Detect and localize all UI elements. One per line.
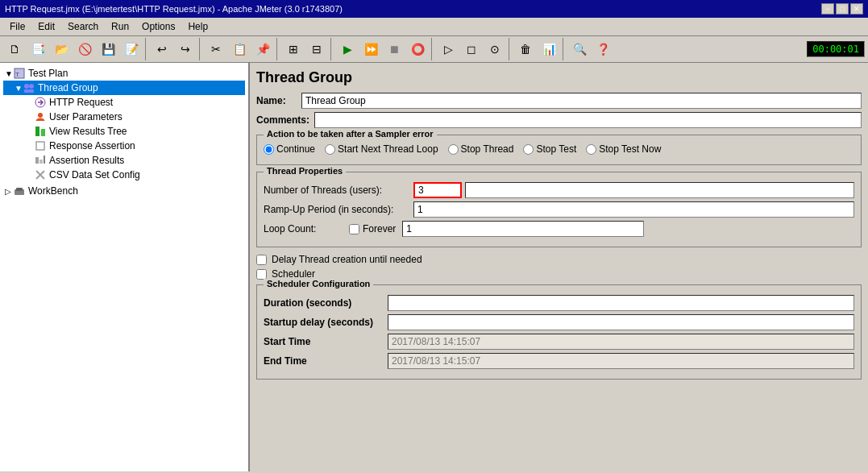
expand-thread-group[interactable]: ▼ [15,84,23,93]
forever-checkbox[interactable] [349,224,359,234]
restore-button[interactable]: □ [836,3,849,15]
radio-stop-thread[interactable] [448,144,459,155]
ramp-up-input[interactable] [413,201,854,218]
toolbar: 🗋 📑 📂 🚫 💾 📝 ↩ ↪ ✂ 📋 📌 ⊞ ⊟ ▶ ⏩ ⏹ ⭕ ▷ ◻ ⊙ … [0,36,868,63]
startup-delay-input[interactable] [388,314,854,330]
tree-item-http-request[interactable]: ▷ HTTP Request [3,95,245,110]
name-label: Name: [256,95,297,106]
open-button[interactable]: 📂 [50,38,73,60]
radio-stop-test[interactable] [523,144,534,155]
title-text: HTTP Request.jmx (E:\jmetertest\HTTP Req… [5,4,343,14]
start-time-row: Start Time [264,334,854,350]
end-time-label: End Time [264,355,384,367]
menu-options[interactable]: Options [135,19,181,34]
collapse-button[interactable]: ⊟ [305,38,328,60]
svg-rect-12 [44,156,45,164]
option-start-next[interactable]: Start Next Thread Loop [325,143,438,155]
cut-button[interactable]: ✂ [205,38,227,60]
remote-stop-button[interactable]: ◻ [460,38,483,60]
tree-item-assertion-results[interactable]: ▷ Assertion Results [3,153,245,168]
menu-edit[interactable]: Edit [31,19,61,34]
radio-stop-test-now[interactable] [586,144,596,155]
option-stop-test-now[interactable]: Stop Test Now [586,143,661,155]
svg-point-3 [29,84,34,89]
loop-count-input[interactable] [402,221,644,237]
expand-test-plan[interactable]: ▼ [5,69,13,78]
settings-btn[interactable]: ❓ [592,38,614,60]
comments-input[interactable] [314,112,862,128]
delay-thread-checkbox[interactable] [256,255,267,265]
save-button[interactable]: 💾 [97,38,119,60]
separator-4 [330,38,334,60]
assertion-results-icon [34,154,47,167]
separator-3 [276,38,280,60]
delay-thread-row: Delay Thread creation until needed [256,254,862,265]
tree-item-view-results-tree[interactable]: ▷ View Results Tree [3,124,245,139]
delay-thread-label: Delay Thread creation until needed [272,254,422,265]
remote-shutdown-button[interactable]: ⊙ [484,38,506,60]
open-templates-button[interactable]: 📑 [27,38,49,60]
menu-file[interactable]: File [3,19,31,34]
thread-props-group: Thread Properties Number of Threads (use… [256,172,862,247]
menu-search[interactable]: Search [61,19,105,34]
tree-item-csv-data-set[interactable]: ▷ CSV Data Set Config [3,168,245,182]
remote-start-button[interactable]: ▷ [437,38,459,60]
menu-bar: File Edit Search Run Options Help [0,18,868,36]
start-no-pause-button[interactable]: ⏩ [359,38,382,60]
expand-button[interactable]: ⊞ [282,38,305,60]
minimize-button[interactable]: − [821,3,834,15]
tree-item-response-assertion[interactable]: ▷ Response Assertion [3,139,245,153]
option-stop-test[interactable]: Stop Test [523,143,576,155]
csv-data-set-icon [34,168,47,181]
save-as-button[interactable]: 📝 [120,38,143,60]
new-button[interactable]: 🗋 [3,38,26,60]
menu-help[interactable]: Help [181,19,214,34]
svg-rect-10 [35,157,39,164]
scheduler-label: Scheduler [272,268,315,280]
search-btn[interactable]: 🔍 [568,38,591,60]
comments-label: Comments: [256,114,309,126]
tree-item-user-parameters[interactable]: ▷ User Parameters [3,110,245,124]
separator-2 [199,38,202,60]
tree-item-workbench[interactable]: ▷ WorkBench [3,184,245,198]
svg-point-2 [24,84,29,89]
separator-6 [509,38,512,60]
close-button[interactable]: 🚫 [73,38,96,60]
tree-item-thread-group[interactable]: ▼ Thread Group [3,81,245,95]
paste-button[interactable]: 📌 [251,38,274,60]
radio-start-next[interactable] [325,144,335,155]
undo-button[interactable]: ↩ [151,38,173,60]
expand-workbench[interactable]: ▷ [5,187,13,196]
svg-rect-9 [36,142,44,150]
radio-continue[interactable] [264,144,274,155]
duration-input[interactable] [388,295,854,311]
scheduler-checkbox[interactable] [256,269,267,280]
close-button[interactable]: ✕ [850,3,863,15]
svg-text:T: T [15,71,19,78]
redo-button[interactable]: ↪ [174,38,197,60]
clear-button[interactable]: 🗑 [514,38,537,60]
svg-rect-8 [41,129,45,136]
copy-button[interactable]: 📋 [228,38,251,60]
menu-run[interactable]: Run [105,19,135,34]
separator-7 [563,38,566,60]
name-input[interactable] [301,93,862,109]
action-group-box: Action to be taken after a Sampler error… [256,135,862,165]
shutdown-button[interactable]: ⭕ [406,38,429,60]
end-time-input[interactable] [388,353,854,369]
assertion-results-label: Assertion Results [49,155,124,166]
clear-all-button[interactable]: 📊 [538,38,560,60]
stop-button[interactable]: ⏹ [383,38,405,60]
start-button[interactable]: ▶ [336,38,359,60]
action-group-title: Action to be taken after a Sampler error [264,129,437,139]
action-options-row: Continue Start Next Thread Loop Stop Thr… [264,140,854,158]
option-continue[interactable]: Continue [264,143,315,155]
user-parameters-label: User Parameters [49,111,123,122]
start-time-input[interactable] [388,334,854,350]
num-threads-input[interactable] [413,182,462,198]
tree-item-test-plan[interactable]: ▼ T Test Plan [3,66,245,81]
panel-title: Thread Group [256,69,862,86]
option-stop-thread[interactable]: Stop Thread [448,143,514,155]
right-panel: Thread Group Name: Comments: Action to b… [250,63,868,471]
forever-label[interactable]: Forever [349,223,396,234]
